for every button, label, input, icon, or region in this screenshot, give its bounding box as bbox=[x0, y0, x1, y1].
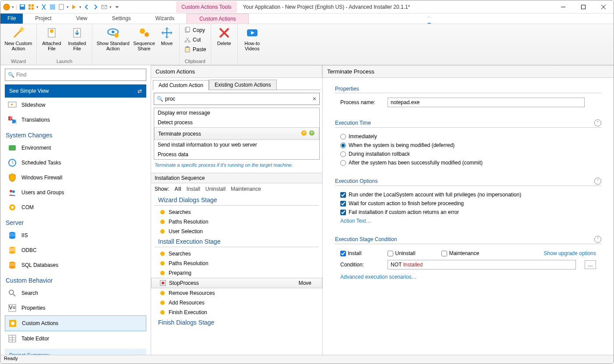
simple-view-toggle[interactable]: See Simple View ⇄ bbox=[5, 84, 146, 98]
copy-button[interactable]: Copy bbox=[182, 26, 208, 35]
cut-button[interactable]: Cut bbox=[182, 35, 208, 44]
paste-button[interactable]: Paste bbox=[182, 45, 208, 54]
mail-icon[interactable] bbox=[101, 4, 108, 10]
custom-action-search[interactable]: 🔍 ✕ bbox=[154, 93, 320, 105]
ca-item-terminate-process[interactable]: Terminate process + + bbox=[154, 127, 319, 140]
show-uninstall[interactable]: Uninstall bbox=[205, 186, 226, 192]
nav-custom-actions[interactable]: Custom Actions bbox=[5, 315, 146, 331]
grid-icon[interactable] bbox=[28, 4, 35, 10]
seq-install-stopprocess[interactable]: StopProcess Move bbox=[151, 278, 322, 288]
custom-action-search-input[interactable] bbox=[165, 96, 312, 102]
nav-slideshow[interactable]: Slideshow bbox=[5, 98, 146, 112]
nav-firewall[interactable]: Windows Firewall bbox=[5, 170, 146, 185]
sequence-share-button[interactable]: Sequence Share bbox=[132, 25, 156, 52]
close-button[interactable] bbox=[593, 0, 614, 14]
new-custom-action-button[interactable]: New Custom Action bbox=[3, 25, 34, 52]
show-install[interactable]: Install bbox=[187, 186, 200, 192]
ca-item-display-error[interactable]: Display error message bbox=[154, 108, 319, 118]
show-standard-action-button[interactable]: Show Standard Action bbox=[95, 25, 131, 52]
clear-search-icon[interactable]: ✕ bbox=[312, 96, 317, 102]
howto-videos-button[interactable]: How-to Videos bbox=[240, 25, 264, 52]
nav-odbc[interactable]: ODBC bbox=[5, 243, 146, 258]
check-localsystem[interactable]: Run under the LocalSystem account with f… bbox=[335, 190, 601, 199]
qat-dropdown3-icon[interactable]: ▾ bbox=[67, 5, 69, 9]
qat-overflow-icon[interactable]: ⏷ bbox=[113, 4, 121, 10]
qat-dropdown2-icon[interactable]: ▾ bbox=[36, 5, 39, 9]
nav-table-editor[interactable]: Table Editor bbox=[5, 331, 146, 346]
show-maintenance[interactable]: Maintenance bbox=[231, 186, 261, 192]
radio-commit[interactable]: After the system has been successfully m… bbox=[335, 158, 601, 167]
qat-dropdown4-icon[interactable]: ▾ bbox=[79, 5, 81, 9]
tab-project[interactable]: Project bbox=[23, 14, 64, 24]
advanced-scenarios-link[interactable]: Advanced execution scenarios… bbox=[340, 274, 417, 280]
check-stage-maintenance[interactable]: Maintenance bbox=[441, 250, 479, 256]
save-icon[interactable] bbox=[19, 4, 26, 10]
radio-immediately[interactable]: Immediately bbox=[335, 132, 601, 141]
show-upgrade-options-link[interactable]: Show upgrade options bbox=[544, 250, 596, 256]
attached-file-button[interactable]: Attached File bbox=[39, 25, 64, 52]
add-without-sequence-icon[interactable]: + bbox=[308, 130, 315, 138]
tab-settings[interactable]: Settings bbox=[100, 14, 143, 24]
doc-icon[interactable] bbox=[58, 4, 65, 10]
collapse-exec-time-icon[interactable]: ˄ bbox=[594, 119, 601, 126]
collapse-stage-cond-icon[interactable]: ˄ bbox=[594, 236, 601, 243]
back-icon[interactable] bbox=[83, 4, 90, 10]
ca-item-send-install-info[interactable]: Send install information to your web ser… bbox=[154, 140, 319, 150]
seq-install-searches[interactable]: Searches bbox=[151, 249, 322, 259]
ca-item-detect-process[interactable]: Detect process bbox=[154, 118, 319, 127]
ca-item-process-data[interactable]: Process data bbox=[154, 150, 319, 159]
radio-rollback[interactable]: During installation rollback bbox=[335, 150, 601, 158]
nav-environment[interactable]: Environment bbox=[5, 140, 146, 155]
tab-view[interactable]: View bbox=[64, 14, 100, 24]
collapse-ribbon-icon[interactable]: ︿ bbox=[427, 14, 431, 20]
project-summary-link[interactable]: Project Summary bbox=[5, 349, 146, 355]
check-stage-install[interactable]: Install bbox=[340, 250, 361, 256]
qat-dropdown-icon[interactable]: ▾ bbox=[12, 5, 14, 9]
condition-input[interactable]: NOT Installed bbox=[388, 260, 576, 270]
check-wait[interactable]: Wait for custom action to finish before … bbox=[335, 199, 601, 208]
nav-sql[interactable]: SQL Databases bbox=[5, 258, 146, 273]
save2-icon[interactable] bbox=[49, 4, 56, 10]
forward-icon[interactable] bbox=[92, 4, 99, 10]
radio-deferred[interactable]: When the system is being modified (defer… bbox=[335, 141, 601, 150]
qat-dropdown5-icon[interactable]: ▾ bbox=[109, 5, 112, 9]
run-icon[interactable] bbox=[71, 4, 78, 10]
delete-button[interactable]: Delete bbox=[214, 25, 235, 47]
tab-wizards[interactable]: Wizards bbox=[143, 14, 187, 24]
process-name-input[interactable] bbox=[388, 98, 585, 107]
seq-install-add-resources[interactable]: Add Resources bbox=[151, 298, 322, 308]
seq-install-remove-resources[interactable]: Remove Resources bbox=[151, 288, 322, 298]
seq-wizard-searches[interactable]: Searches bbox=[151, 207, 322, 217]
cut-icon[interactable] bbox=[40, 4, 47, 10]
check-stage-uninstall[interactable]: Uninstall bbox=[388, 250, 415, 256]
installed-file-button[interactable]: Installed File bbox=[65, 25, 89, 52]
check-fail[interactable]: Fail installation if custom action retur… bbox=[335, 208, 601, 217]
show-all[interactable]: All bbox=[174, 186, 181, 192]
nav-search[interactable]: Search bbox=[5, 286, 146, 301]
add-with-sequence-icon[interactable]: + bbox=[300, 130, 307, 138]
seq-wizard-user-selection[interactable]: User Selection bbox=[151, 227, 322, 236]
seq-install-paths[interactable]: Paths Resolution bbox=[151, 259, 322, 268]
tab-existing-custom-actions[interactable]: Existing Custom Actions bbox=[209, 80, 277, 90]
seq-install-preparing[interactable]: Preparing bbox=[151, 268, 322, 278]
seq-wizard-paths[interactable]: Paths Resolution bbox=[151, 217, 322, 227]
find-box[interactable]: 🔍 bbox=[5, 69, 146, 81]
help-icon[interactable]: ? bbox=[426, 22, 433, 24]
seq-move-button[interactable]: Move bbox=[299, 280, 314, 286]
nav-scheduled-tasks[interactable]: Scheduled Tasks bbox=[5, 155, 146, 170]
minimize-button[interactable] bbox=[553, 0, 573, 14]
condition-edit-button[interactable]: … bbox=[585, 260, 596, 269]
maximize-button[interactable] bbox=[573, 0, 593, 14]
tab-add-custom-action[interactable]: Add Custom Action bbox=[153, 80, 209, 90]
nav-users-groups[interactable]: Users and Groups bbox=[5, 185, 146, 200]
collapse-exec-opts-icon[interactable]: ˄ bbox=[594, 178, 601, 185]
nav-iis[interactable]: IIS bbox=[5, 228, 146, 243]
nav-properties[interactable]: V=Properties bbox=[5, 301, 146, 315]
tab-file[interactable]: File bbox=[0, 14, 23, 24]
move-button[interactable]: Move bbox=[157, 25, 176, 47]
nav-translations[interactable]: A文Translations bbox=[5, 112, 146, 127]
nav-com[interactable]: COM bbox=[5, 200, 146, 215]
find-input[interactable] bbox=[16, 72, 143, 78]
action-text-link[interactable]: Action Text… bbox=[340, 218, 371, 224]
seq-install-finish-execution[interactable]: Finish Execution bbox=[151, 308, 322, 317]
